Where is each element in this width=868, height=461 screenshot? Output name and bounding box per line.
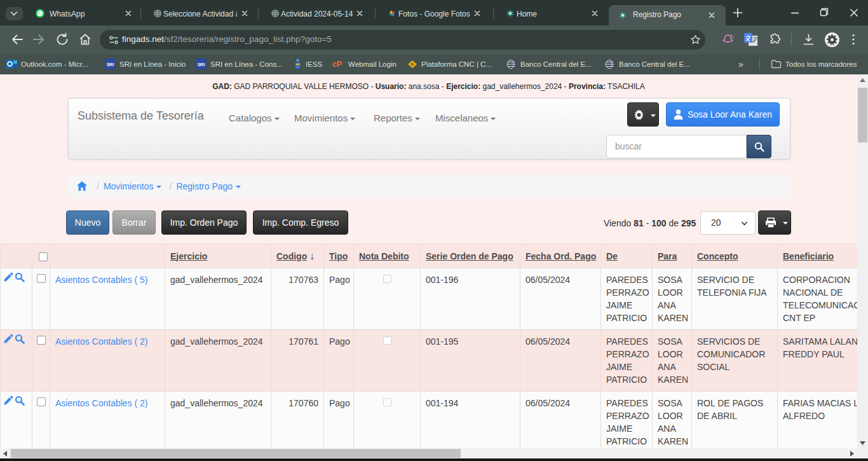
svg-text:SRI: SRI bbox=[107, 62, 114, 67]
svg-text:cP: cP bbox=[332, 60, 342, 68]
svg-text:SRI: SRI bbox=[198, 62, 205, 67]
